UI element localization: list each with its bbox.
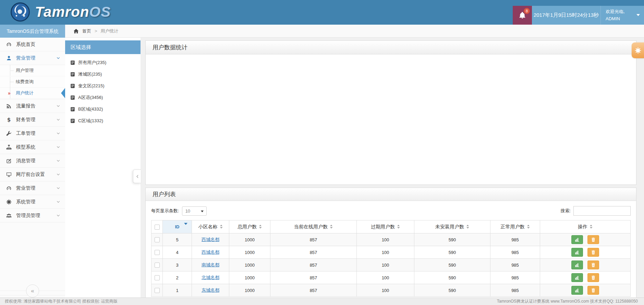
sidebar-subitem-user-management[interactable]: 用户管理 — [0, 65, 65, 76]
region-item-kuiwen[interactable]: 奎文区(2215) — [65, 80, 141, 92]
column-header-expired-users[interactable]: 过期用户数 — [357, 220, 414, 233]
sidebar-collapse-button[interactable]: « — [26, 284, 39, 297]
column-header-uninstalled-users[interactable]: 未安装用户数 — [414, 220, 490, 233]
sidebar-item-model-system[interactable]: 模型系统 — [0, 140, 65, 154]
cell-uninstalled: 590 — [414, 233, 490, 246]
cell-total: 1000 — [229, 284, 270, 297]
region-item-a[interactable]: A区语(3456) — [65, 92, 141, 103]
chart-icon — [575, 288, 580, 293]
sort-icon — [259, 225, 262, 229]
cell-id: 2 — [163, 271, 192, 284]
chevron-down-icon — [56, 104, 60, 108]
community-link[interactable]: 东城名都 — [202, 288, 219, 293]
cell-expired: 100 — [357, 246, 414, 259]
dashboard-icon — [6, 42, 12, 47]
cell-online: 857 — [270, 271, 357, 284]
breadcrumb-home[interactable]: 首页 — [82, 28, 91, 34]
delete-button[interactable] — [587, 235, 599, 244]
rss-icon — [6, 103, 12, 109]
region-item-weicheng[interactable]: 潍城区(235) — [65, 68, 141, 80]
page-size-label: 每页显示条数: — [151, 208, 179, 214]
region-item-all-users[interactable]: 所有用户(235) — [65, 57, 141, 68]
select-all-checkbox[interactable] — [155, 225, 160, 230]
view-chart-button[interactable] — [571, 286, 583, 295]
top-header: TamronOS 8 2017年1月9日15时24分13秒 欢迎光临, ADMI… — [0, 0, 644, 25]
sidebar-item-work-order[interactable]: 工单管理 — [0, 127, 65, 140]
settings-gear-button[interactable] — [632, 42, 644, 58]
column-header-id[interactable]: ID — [163, 220, 192, 233]
view-chart-button[interactable] — [571, 273, 583, 282]
view-chart-button[interactable] — [571, 260, 583, 269]
row-checkbox[interactable] — [155, 263, 160, 268]
chevron-left-icon — [135, 174, 139, 179]
page-size-select[interactable]: 10 — [182, 206, 207, 216]
sidebar-item-message-management[interactable]: 消息管理 — [0, 154, 65, 168]
sidebar-item-system-management[interactable]: 系统管理 — [0, 195, 65, 209]
row-checkbox[interactable] — [155, 250, 160, 255]
notification-button[interactable]: 8 — [513, 6, 532, 25]
column-header-community[interactable]: 小区名称 — [192, 220, 229, 233]
trash-icon — [591, 250, 596, 255]
active-marker: » — [8, 90, 11, 96]
sidebar-item-business-management[interactable]: 营业管理 — [0, 51, 65, 65]
community-link[interactable]: 西城名都 — [202, 250, 219, 255]
desktop-icon — [6, 172, 12, 177]
list-panel-title: 用户列表 — [146, 188, 636, 201]
gauge-icon — [6, 186, 12, 191]
column-header-online-users[interactable]: 当前在线用户数 — [270, 220, 357, 233]
column-header-actions[interactable]: 操作 — [540, 220, 631, 233]
building-icon — [70, 60, 75, 65]
stats-panel-title: 用户数据统计 — [146, 41, 636, 54]
sidebar-item-traffic-report[interactable]: 流量报告 — [0, 99, 65, 113]
row-checkbox[interactable] — [155, 275, 160, 280]
active-pointer — [61, 88, 65, 98]
community-link[interactable]: 南城名都 — [202, 262, 219, 267]
row-checkbox[interactable] — [155, 288, 160, 293]
community-link[interactable]: 北城名都 — [202, 275, 219, 280]
cell-normal: 985 — [490, 259, 540, 271]
sidebar-item-front-desk-settings[interactable]: 网厅前台设置 — [0, 168, 65, 181]
chevron-down-icon — [56, 200, 60, 204]
list-panel: 用户列表 每页显示条数: 10 搜索: — [145, 188, 636, 298]
search-input[interactable] — [573, 206, 631, 216]
sidebar-item-system-home[interactable]: 系统首页 — [0, 38, 65, 51]
sitemap-icon — [6, 144, 12, 150]
building-icon — [70, 118, 75, 123]
sort-icon — [397, 225, 400, 229]
column-header-total-users[interactable]: 总用户数 — [229, 220, 270, 233]
delete-button[interactable] — [587, 248, 599, 257]
sort-icon — [466, 225, 469, 229]
column-header-normal-users[interactable]: 正常用户数 — [490, 220, 540, 233]
table-controls: 每页显示条数: 10 搜索: — [151, 206, 631, 216]
chevron-down-icon — [56, 214, 60, 218]
edit-icon — [6, 158, 12, 164]
sidebar-item-business-management-2[interactable]: 营业管理 — [0, 181, 65, 195]
region-item-c[interactable]: C区域(1332) — [65, 115, 141, 127]
community-link[interactable]: 西城名都 — [202, 237, 219, 242]
delete-button[interactable] — [587, 273, 599, 282]
view-chart-button[interactable] — [571, 235, 583, 244]
sidebar-subitem-user-statistics[interactable]: » 用户统计 — [0, 88, 65, 99]
users-table: ID 小区名称 总用户数 当前在线用户数 过期用户数 未安装用户数 正常用户数 … — [151, 220, 631, 297]
sidebar-item-finance-management[interactable]: 财务管理 — [0, 113, 65, 127]
row-checkbox[interactable] — [155, 237, 160, 242]
view-chart-button[interactable] — [571, 248, 583, 257]
wrench-icon — [6, 131, 12, 136]
users-icon — [6, 213, 12, 218]
panel-collapse-handle[interactable] — [133, 169, 141, 183]
building-icon — [70, 72, 75, 77]
notification-badge: 8 — [524, 8, 530, 14]
region-item-b[interactable]: B区域(4332) — [65, 103, 141, 115]
table-row: 2 北城名都 1000 857 100 590 985 — [151, 271, 631, 284]
cell-total: 1000 — [229, 246, 270, 259]
home-icon — [73, 28, 79, 34]
cell-expired: 100 — [357, 284, 414, 297]
footer-license-text: 授权使用: 潍坊家园驿站电子技术有限公司 授权级别: 运营商版 — [5, 298, 118, 304]
sidebar-subitem-renewal-query[interactable]: 续费查询 — [0, 76, 65, 88]
user-menu[interactable]: 欢迎光临, ADMIN — [600, 6, 644, 25]
delete-button[interactable] — [587, 260, 599, 269]
delete-button[interactable] — [587, 286, 599, 295]
cell-online: 857 — [270, 246, 357, 259]
sidebar-item-admin-management[interactable]: 管理员管理 — [0, 209, 65, 223]
chevron-down-icon — [56, 186, 60, 190]
